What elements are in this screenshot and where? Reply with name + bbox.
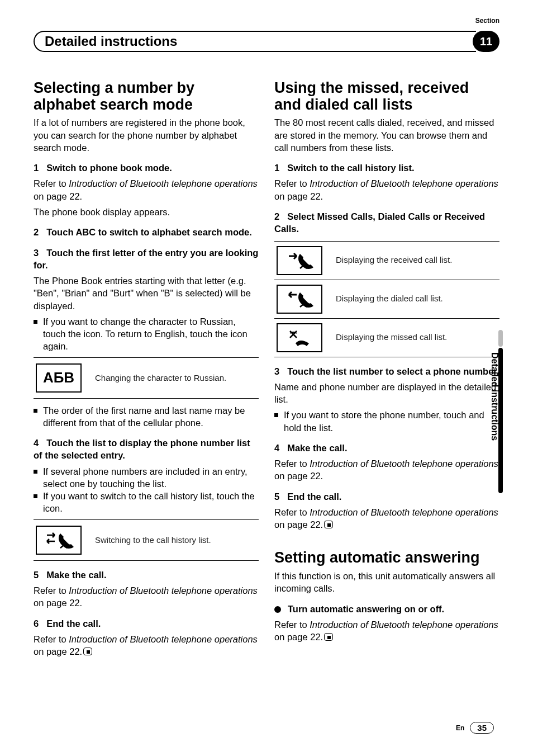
r-step-4-refer: Refer to Introduction of Bluetooth telep… [274, 457, 499, 483]
r-step-1-head: 1Switch to the call history list. [274, 162, 499, 174]
end-mark-icon [324, 633, 333, 641]
step-1-body: The phone book display appears. [34, 206, 259, 218]
footer-lang: En [456, 724, 464, 732]
right-column: Using the missed, received and dialed ca… [274, 80, 499, 661]
intro-text-right: The 80 most recent calls dialed, receive… [274, 116, 499, 154]
icon-desc-missed: Displaying the missed call list. [336, 332, 447, 343]
step-4-head: 4Touch the list to display the phone num… [34, 437, 259, 462]
r-step-3-bullet: If you want to store the phone number, t… [274, 409, 499, 434]
table-row: Displaying the dialed call list. [274, 280, 499, 319]
auto-intro: If this function is on, this unit automa… [274, 570, 499, 595]
russian-chars-icon: АБВ [36, 363, 82, 393]
auto-refer: Refer to Introduction of Bluetooth telep… [274, 618, 499, 644]
section-label: Section [475, 17, 499, 25]
end-mark-icon [83, 648, 92, 655]
step-4-bullet-2: If you want to switch to the call histor… [34, 490, 259, 515]
r-step-4-head: 4Make the call. [274, 442, 499, 454]
icon-desc-dialed: Displaying the dialed call list. [336, 293, 443, 304]
received-call-icon [277, 246, 322, 275]
side-tab-label: Detailed instructions [489, 352, 499, 441]
heading-call-lists: Using the missed, received and dialed ca… [274, 80, 499, 113]
step-2-head: 2Touch ABC to switch to alphabet search … [34, 226, 259, 238]
step-3-bullet-2: The order of the first name and last nam… [34, 404, 259, 429]
section-number-badge: 11 [473, 31, 499, 52]
dialed-call-icon [277, 285, 322, 314]
step-5-refer: Refer to Introduction of Bluetooth telep… [34, 584, 259, 609]
missed-call-icon [277, 323, 322, 352]
step-6-refer: Refer to Introduction of Bluetooth telep… [34, 633, 259, 658]
r-step-3-body: Name and phone number are displayed in t… [274, 381, 499, 406]
page-number: 35 [470, 722, 494, 734]
side-tab: Detailed instructions [493, 330, 504, 348]
auto-step-head: Turn automatic answering on or off. [274, 603, 499, 615]
header-bar: Detailed instructions 11 [34, 31, 499, 52]
heading-auto-answer: Setting automatic answering [274, 550, 499, 566]
call-list-icon-table: Displaying the received call list. Displ… [274, 241, 499, 357]
step-5-head: 5Make the call. [34, 569, 259, 581]
r-step-3-head: 3Touch the list number to select a phone… [274, 365, 499, 377]
step-3-bullet-1: If you want to change the character to R… [34, 315, 259, 353]
r-step-5-head: 5End the call. [274, 490, 499, 503]
footer: En 35 [456, 722, 494, 734]
icon-desc-history: Switching to the call history list. [95, 535, 211, 546]
table-row: Displaying the missed call list. [274, 319, 499, 357]
page-title: Detailed instructions [45, 34, 177, 49]
end-mark-icon [324, 521, 333, 528]
r-step-5-refer: Refer to Introduction of Bluetooth telep… [274, 506, 499, 531]
r-step-1-refer: Refer to Introduction of Bluetooth telep… [274, 177, 499, 202]
step-3-body: The Phone Book entries starting with tha… [34, 275, 259, 312]
icon-row-history: Switching to the call history list. [34, 519, 259, 561]
r-step-2-head: 2Select Missed Calls, Dialed Calls or Re… [274, 210, 499, 235]
heading-alphabet-search: Selecting a number by alphabet search mo… [34, 80, 259, 113]
left-column: Selecting a number by alphabet search mo… [34, 80, 259, 661]
call-history-icon [36, 526, 82, 555]
table-row: Displaying the received call list. [274, 242, 499, 280]
step-6-head: 6End the call. [34, 617, 259, 630]
step-1-refer: Refer to Introduction of Bluetooth telep… [34, 177, 259, 202]
icon-desc-received: Displaying the received call list. [336, 254, 452, 266]
intro-text: If a lot of numbers are registered in th… [34, 116, 259, 154]
step-1-head: 1Switch to phone book mode. [34, 162, 259, 174]
step-3-head: 3Touch the first letter of the entry you… [34, 247, 259, 272]
icon-desc-russian: Changing the character to Russian. [95, 372, 226, 384]
step-4-bullet-1: If several phone numbers are included in… [34, 465, 259, 490]
icon-row-russian: АБВ Changing the character to Russian. [34, 357, 259, 399]
